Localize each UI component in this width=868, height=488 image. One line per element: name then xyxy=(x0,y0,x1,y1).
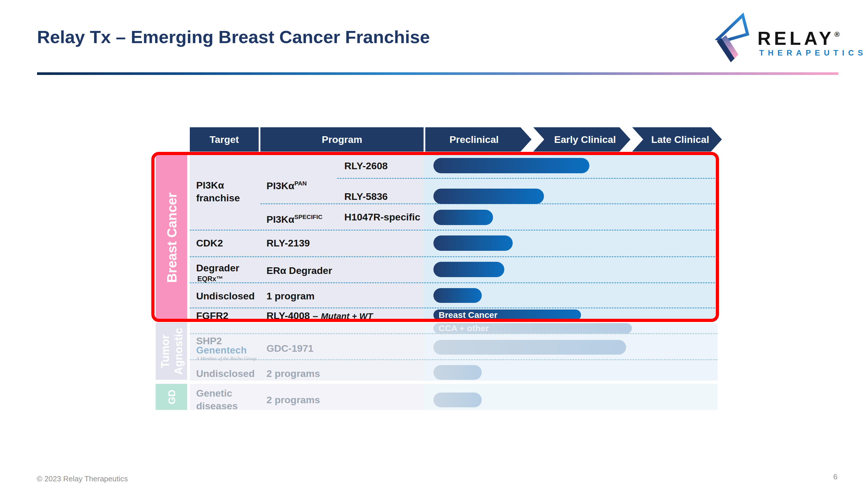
header-phase-preclinical: Preclinical xyxy=(425,127,531,152)
title-divider xyxy=(37,72,838,75)
brand-name: RELAY xyxy=(757,28,834,49)
header-phase-late-clinical: Late Clinical xyxy=(632,127,722,152)
progress-bar-rly-4008-cca: CCA + other xyxy=(433,323,632,333)
relay-logo-mark xyxy=(714,13,754,65)
footer-copyright: © 2023 Relay Therapeutics xyxy=(37,475,128,483)
progress-bar-gdc-1971 xyxy=(433,340,626,355)
registered-mark: ® xyxy=(834,30,840,38)
program-gdc-1971: GDC-1971 xyxy=(267,342,314,355)
progress-bar-two-programs-gd xyxy=(433,393,482,407)
genentech-tagline: A Member of the Roche Group xyxy=(196,356,256,362)
sidebar-gd: GD xyxy=(156,384,187,410)
bar-label-cca-other: CCA + other xyxy=(433,323,632,333)
footer-page-number: 6 xyxy=(833,473,837,481)
brand-wordmark: RELAY® xyxy=(757,28,840,49)
program-two-programs-ta: 2 programs xyxy=(267,367,320,380)
header-phase-early-clinical: Early Clinical xyxy=(533,127,630,152)
sidebar-tumor-agnostic: Tumor Agnostic xyxy=(156,323,187,380)
progress-bar-two-programs-ta xyxy=(433,365,482,380)
genentech-logo: Genentech xyxy=(196,345,247,356)
sidebar-tumor-agnostic-label: Tumor Agnostic xyxy=(156,323,187,380)
program-two-programs-gd: 2 programs xyxy=(267,393,320,406)
target-undisclosed-ta: Undisclosed xyxy=(196,367,255,380)
slide: Relay Tx – Emerging Breast Cancer Franch… xyxy=(0,0,868,488)
brand-subtitle: THERAPEUTICS xyxy=(759,48,867,58)
highlight-box xyxy=(151,152,719,322)
header-program: Program xyxy=(260,127,424,152)
sidebar-gd-label: GD xyxy=(156,384,187,410)
page-title: Relay Tx – Emerging Breast Cancer Franch… xyxy=(37,27,430,47)
target-genetic-diseases: Genetic diseases xyxy=(196,387,260,412)
row-divider xyxy=(190,359,717,360)
header-target: Target xyxy=(190,127,259,152)
